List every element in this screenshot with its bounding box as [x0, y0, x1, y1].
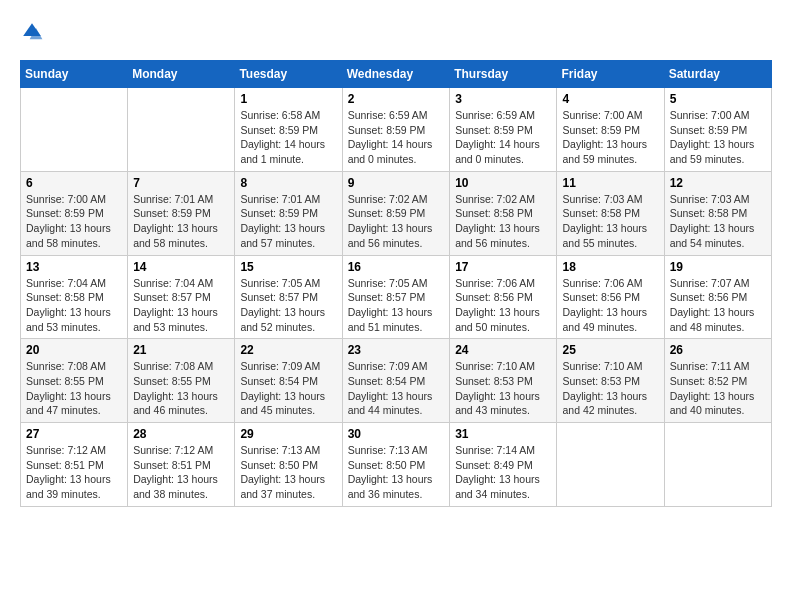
calendar-cell: 6Sunrise: 7:00 AM Sunset: 8:59 PM Daylig…: [21, 171, 128, 255]
day-detail: Sunrise: 7:08 AM Sunset: 8:55 PM Dayligh…: [133, 359, 229, 418]
day-number: 15: [240, 260, 336, 274]
calendar-cell: 10Sunrise: 7:02 AM Sunset: 8:58 PM Dayli…: [450, 171, 557, 255]
day-detail: Sunrise: 7:14 AM Sunset: 8:49 PM Dayligh…: [455, 443, 551, 502]
day-detail: Sunrise: 7:09 AM Sunset: 8:54 PM Dayligh…: [348, 359, 445, 418]
calendar-cell: 9Sunrise: 7:02 AM Sunset: 8:59 PM Daylig…: [342, 171, 450, 255]
day-number: 3: [455, 92, 551, 106]
day-detail: Sunrise: 7:08 AM Sunset: 8:55 PM Dayligh…: [26, 359, 122, 418]
day-number: 30: [348, 427, 445, 441]
day-detail: Sunrise: 6:59 AM Sunset: 8:59 PM Dayligh…: [455, 108, 551, 167]
calendar-cell: 29Sunrise: 7:13 AM Sunset: 8:50 PM Dayli…: [235, 423, 342, 507]
calendar-cell: 31Sunrise: 7:14 AM Sunset: 8:49 PM Dayli…: [450, 423, 557, 507]
day-number: 2: [348, 92, 445, 106]
calendar-cell: 16Sunrise: 7:05 AM Sunset: 8:57 PM Dayli…: [342, 255, 450, 339]
day-number: 20: [26, 343, 122, 357]
weekday-header-monday: Monday: [128, 61, 235, 88]
day-detail: Sunrise: 7:06 AM Sunset: 8:56 PM Dayligh…: [455, 276, 551, 335]
day-detail: Sunrise: 7:04 AM Sunset: 8:58 PM Dayligh…: [26, 276, 122, 335]
calendar-cell: 28Sunrise: 7:12 AM Sunset: 8:51 PM Dayli…: [128, 423, 235, 507]
day-number: 14: [133, 260, 229, 274]
day-detail: Sunrise: 7:02 AM Sunset: 8:59 PM Dayligh…: [348, 192, 445, 251]
day-detail: Sunrise: 7:03 AM Sunset: 8:58 PM Dayligh…: [670, 192, 766, 251]
day-detail: Sunrise: 7:07 AM Sunset: 8:56 PM Dayligh…: [670, 276, 766, 335]
day-detail: Sunrise: 7:02 AM Sunset: 8:58 PM Dayligh…: [455, 192, 551, 251]
day-detail: Sunrise: 7:06 AM Sunset: 8:56 PM Dayligh…: [562, 276, 658, 335]
day-number: 18: [562, 260, 658, 274]
day-number: 29: [240, 427, 336, 441]
calendar-cell: 12Sunrise: 7:03 AM Sunset: 8:58 PM Dayli…: [664, 171, 771, 255]
day-number: 7: [133, 176, 229, 190]
day-number: 22: [240, 343, 336, 357]
calendar-cell: 18Sunrise: 7:06 AM Sunset: 8:56 PM Dayli…: [557, 255, 664, 339]
calendar-cell: [557, 423, 664, 507]
calendar-cell: 11Sunrise: 7:03 AM Sunset: 8:58 PM Dayli…: [557, 171, 664, 255]
calendar-cell: 7Sunrise: 7:01 AM Sunset: 8:59 PM Daylig…: [128, 171, 235, 255]
calendar-cell: 27Sunrise: 7:12 AM Sunset: 8:51 PM Dayli…: [21, 423, 128, 507]
day-number: 16: [348, 260, 445, 274]
calendar-cell: 5Sunrise: 7:00 AM Sunset: 8:59 PM Daylig…: [664, 88, 771, 172]
calendar-cell: 2Sunrise: 6:59 AM Sunset: 8:59 PM Daylig…: [342, 88, 450, 172]
day-number: 25: [562, 343, 658, 357]
day-number: 10: [455, 176, 551, 190]
calendar-cell: 4Sunrise: 7:00 AM Sunset: 8:59 PM Daylig…: [557, 88, 664, 172]
day-detail: Sunrise: 7:01 AM Sunset: 8:59 PM Dayligh…: [133, 192, 229, 251]
day-number: 27: [26, 427, 122, 441]
day-number: 26: [670, 343, 766, 357]
weekday-header-tuesday: Tuesday: [235, 61, 342, 88]
day-detail: Sunrise: 7:12 AM Sunset: 8:51 PM Dayligh…: [26, 443, 122, 502]
day-detail: Sunrise: 6:59 AM Sunset: 8:59 PM Dayligh…: [348, 108, 445, 167]
logo-icon: [20, 20, 44, 44]
calendar-cell: [21, 88, 128, 172]
weekday-header-sunday: Sunday: [21, 61, 128, 88]
day-detail: Sunrise: 7:04 AM Sunset: 8:57 PM Dayligh…: [133, 276, 229, 335]
calendar-cell: 3Sunrise: 6:59 AM Sunset: 8:59 PM Daylig…: [450, 88, 557, 172]
calendar-cell: 23Sunrise: 7:09 AM Sunset: 8:54 PM Dayli…: [342, 339, 450, 423]
calendar-cell: 20Sunrise: 7:08 AM Sunset: 8:55 PM Dayli…: [21, 339, 128, 423]
day-number: 12: [670, 176, 766, 190]
weekday-header-friday: Friday: [557, 61, 664, 88]
calendar-cell: 25Sunrise: 7:10 AM Sunset: 8:53 PM Dayli…: [557, 339, 664, 423]
calendar-cell: 13Sunrise: 7:04 AM Sunset: 8:58 PM Dayli…: [21, 255, 128, 339]
calendar-cell: [128, 88, 235, 172]
day-detail: Sunrise: 7:10 AM Sunset: 8:53 PM Dayligh…: [562, 359, 658, 418]
calendar-cell: 1Sunrise: 6:58 AM Sunset: 8:59 PM Daylig…: [235, 88, 342, 172]
day-detail: Sunrise: 7:09 AM Sunset: 8:54 PM Dayligh…: [240, 359, 336, 418]
calendar-cell: 26Sunrise: 7:11 AM Sunset: 8:52 PM Dayli…: [664, 339, 771, 423]
day-number: 11: [562, 176, 658, 190]
day-detail: Sunrise: 7:01 AM Sunset: 8:59 PM Dayligh…: [240, 192, 336, 251]
day-detail: Sunrise: 7:00 AM Sunset: 8:59 PM Dayligh…: [670, 108, 766, 167]
calendar-cell: 8Sunrise: 7:01 AM Sunset: 8:59 PM Daylig…: [235, 171, 342, 255]
day-detail: Sunrise: 7:13 AM Sunset: 8:50 PM Dayligh…: [240, 443, 336, 502]
calendar-cell: [664, 423, 771, 507]
day-number: 13: [26, 260, 122, 274]
day-detail: Sunrise: 6:58 AM Sunset: 8:59 PM Dayligh…: [240, 108, 336, 167]
day-detail: Sunrise: 7:13 AM Sunset: 8:50 PM Dayligh…: [348, 443, 445, 502]
day-number: 19: [670, 260, 766, 274]
day-detail: Sunrise: 7:05 AM Sunset: 8:57 PM Dayligh…: [240, 276, 336, 335]
day-number: 28: [133, 427, 229, 441]
day-number: 1: [240, 92, 336, 106]
day-number: 23: [348, 343, 445, 357]
weekday-header-thursday: Thursday: [450, 61, 557, 88]
day-number: 9: [348, 176, 445, 190]
day-number: 21: [133, 343, 229, 357]
weekday-header-saturday: Saturday: [664, 61, 771, 88]
calendar-cell: 22Sunrise: 7:09 AM Sunset: 8:54 PM Dayli…: [235, 339, 342, 423]
calendar-cell: 30Sunrise: 7:13 AM Sunset: 8:50 PM Dayli…: [342, 423, 450, 507]
day-detail: Sunrise: 7:11 AM Sunset: 8:52 PM Dayligh…: [670, 359, 766, 418]
day-number: 17: [455, 260, 551, 274]
day-number: 31: [455, 427, 551, 441]
calendar-cell: 15Sunrise: 7:05 AM Sunset: 8:57 PM Dayli…: [235, 255, 342, 339]
calendar-table: SundayMondayTuesdayWednesdayThursdayFrid…: [20, 60, 772, 507]
day-detail: Sunrise: 7:10 AM Sunset: 8:53 PM Dayligh…: [455, 359, 551, 418]
calendar-cell: 21Sunrise: 7:08 AM Sunset: 8:55 PM Dayli…: [128, 339, 235, 423]
day-detail: Sunrise: 7:00 AM Sunset: 8:59 PM Dayligh…: [562, 108, 658, 167]
day-detail: Sunrise: 7:05 AM Sunset: 8:57 PM Dayligh…: [348, 276, 445, 335]
calendar-cell: 17Sunrise: 7:06 AM Sunset: 8:56 PM Dayli…: [450, 255, 557, 339]
day-number: 24: [455, 343, 551, 357]
day-detail: Sunrise: 7:03 AM Sunset: 8:58 PM Dayligh…: [562, 192, 658, 251]
calendar-cell: 14Sunrise: 7:04 AM Sunset: 8:57 PM Dayli…: [128, 255, 235, 339]
page-header: [20, 20, 772, 44]
logo: [20, 20, 48, 44]
day-number: 8: [240, 176, 336, 190]
